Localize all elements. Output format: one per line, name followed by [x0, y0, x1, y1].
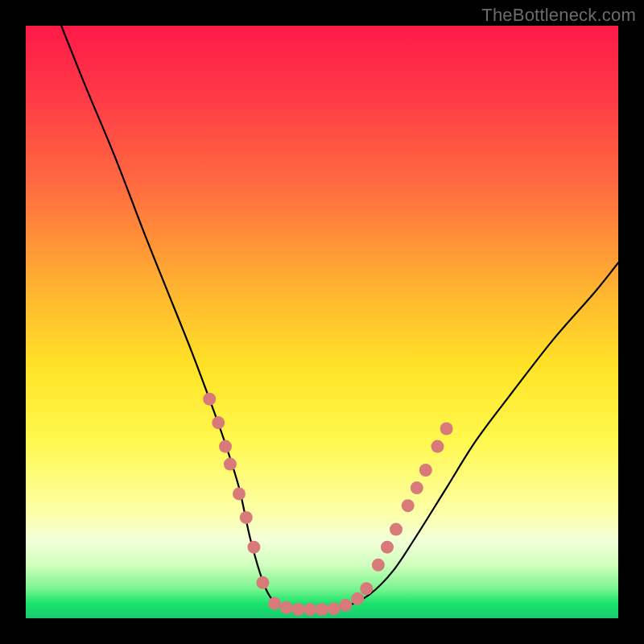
marker-dot: [280, 601, 293, 614]
marker-dot: [268, 597, 281, 610]
marker-dot: [372, 559, 385, 572]
marker-dot: [247, 541, 260, 554]
marker-dot: [381, 541, 394, 554]
marker-dot: [316, 603, 328, 616]
marker-dot: [219, 440, 232, 453]
plot-area: [26, 26, 618, 618]
marker-dot: [360, 582, 373, 595]
marker-dot: [351, 592, 364, 605]
marker-dot: [303, 603, 316, 616]
marker-dot: [411, 481, 423, 494]
marker-dot: [224, 458, 237, 471]
chart-svg: [26, 26, 618, 618]
bottleneck-curve: [61, 26, 618, 609]
chart-frame: TheBottleneck.com: [0, 0, 644, 644]
marker-dot: [328, 602, 341, 615]
marker-dot: [402, 499, 415, 512]
watermark-text: TheBottleneck.com: [481, 5, 636, 26]
marker-dot: [256, 576, 269, 589]
marker-dot: [339, 599, 352, 612]
marker-dot: [240, 511, 253, 524]
marker-dot: [419, 464, 432, 477]
marker-dot: [203, 393, 216, 406]
marker-dot: [233, 487, 246, 500]
curve-markers: [203, 393, 452, 616]
marker-dot: [292, 603, 305, 616]
marker-dot: [212, 416, 225, 429]
marker-dot: [431, 440, 444, 453]
marker-dot: [390, 523, 402, 536]
marker-dot: [440, 423, 453, 436]
